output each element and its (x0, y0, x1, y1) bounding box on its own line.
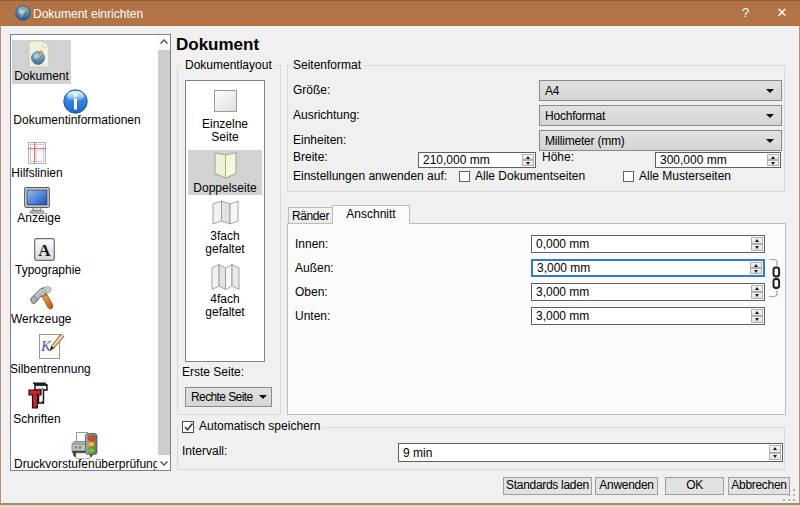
svg-text:K: K (40, 338, 52, 354)
svg-text:A: A (38, 241, 51, 260)
